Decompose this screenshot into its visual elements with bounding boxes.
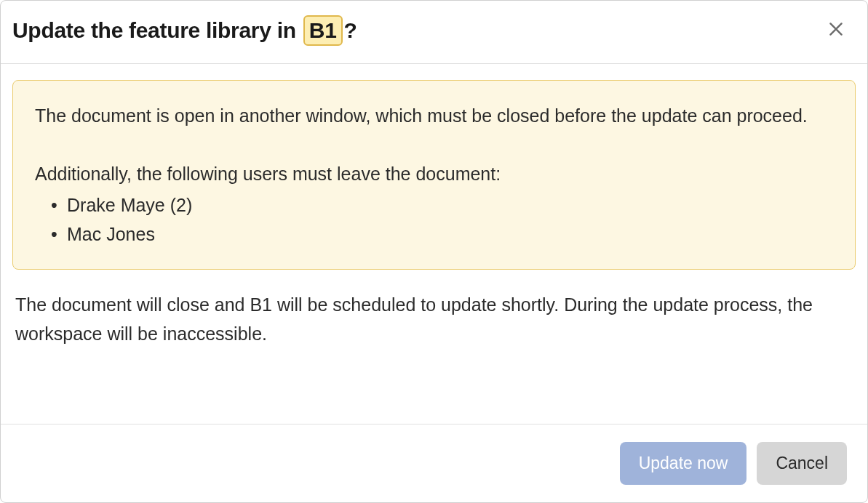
close-button[interactable] (822, 15, 850, 45)
update-now-button[interactable]: Update now (620, 442, 747, 485)
title-prefix: Update the feature library in (12, 18, 296, 42)
dialog-header: Update the feature library in B1? (1, 1, 867, 64)
cancel-button[interactable]: Cancel (757, 442, 847, 485)
spacer (35, 130, 833, 161)
close-icon (827, 20, 845, 41)
warning-message: The document is open in another window, … (35, 101, 833, 130)
title-suffix: ? (344, 18, 357, 42)
update-library-dialog: Update the feature library in B1? The do… (0, 0, 868, 503)
list-item: Drake Maye (2) (51, 190, 833, 220)
dialog-title: Update the feature library in B1? (12, 15, 357, 46)
user-list: Drake Maye (2) Mac Jones (35, 190, 833, 249)
warning-panel: The document is open in another window, … (12, 80, 856, 270)
workspace-badge: B1 (303, 15, 343, 46)
explanation-text: The document will close and B1 will be s… (12, 290, 856, 348)
warning-users-heading: Additionally, the following users must l… (35, 161, 833, 188)
dialog-footer: Update now Cancel (1, 424, 867, 502)
dialog-body: The document is open in another window, … (1, 64, 867, 424)
list-item: Mac Jones (51, 220, 833, 249)
